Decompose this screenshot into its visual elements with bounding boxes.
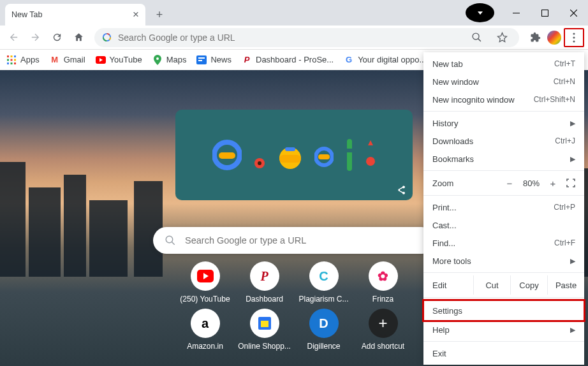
window-controls bbox=[466, 0, 588, 26]
apps-icon bbox=[6, 55, 17, 65]
shortcut-youtube[interactable]: (250) YouTube bbox=[177, 261, 234, 304]
bookmark-digital[interactable]: G Your digital oppo... bbox=[344, 55, 426, 65]
bookmark-label: Apps bbox=[20, 55, 40, 64]
svg-rect-15 bbox=[14, 59, 16, 61]
menu-new-tab[interactable]: New tabCtrl+T bbox=[423, 55, 584, 73]
bookmark-news[interactable]: News bbox=[196, 55, 232, 65]
bookmark-label: Maps bbox=[166, 55, 187, 64]
svg-rect-16 bbox=[7, 62, 9, 64]
omnibox-input[interactable] bbox=[118, 33, 460, 43]
svg-point-8 bbox=[573, 36, 575, 38]
address-bar[interactable] bbox=[94, 28, 519, 47]
fullscreen-icon[interactable] bbox=[566, 179, 575, 187]
bookmark-apps[interactable]: Apps bbox=[6, 55, 40, 65]
menu-settings[interactable]: Settings bbox=[423, 300, 584, 321]
menu-exit[interactable]: Exit bbox=[423, 344, 584, 362]
menu-separator bbox=[423, 341, 584, 342]
menu-cut[interactable]: Cut bbox=[473, 275, 510, 295]
close-tab-icon[interactable]: × bbox=[133, 8, 139, 21]
back-button[interactable] bbox=[4, 28, 23, 47]
menu-cast[interactable]: Cast... bbox=[423, 216, 584, 234]
bookmark-youtube[interactable]: YouTube bbox=[96, 55, 142, 65]
shortcut-flipkart[interactable]: Online Shopp... bbox=[236, 309, 293, 351]
shortcut-add[interactable]: +Add shortcut bbox=[355, 309, 412, 351]
svg-line-37 bbox=[172, 242, 175, 245]
shortcut-plagiarism[interactable]: CPlagiarism C... bbox=[295, 261, 353, 304]
menu-downloads[interactable]: DownloadsCtrl+J bbox=[423, 132, 584, 150]
shortcut-label: Online Shopp... bbox=[238, 342, 291, 351]
new-tab-button[interactable]: + bbox=[151, 6, 168, 24]
svg-rect-14 bbox=[11, 59, 13, 61]
svg-rect-18 bbox=[14, 62, 16, 64]
menu-copy[interactable]: Copy bbox=[510, 275, 547, 295]
svg-rect-40 bbox=[261, 321, 268, 327]
browser-toolbar bbox=[0, 26, 588, 50]
menu-bookmarks[interactable]: Bookmarks▶ bbox=[423, 150, 584, 168]
svg-rect-30 bbox=[285, 147, 295, 151]
maximize-button[interactable] bbox=[531, 3, 559, 22]
forward-button[interactable] bbox=[26, 28, 45, 47]
doodle-letter-o2 bbox=[277, 136, 303, 174]
menu-history[interactable]: History▶ bbox=[423, 114, 584, 132]
google-icon bbox=[102, 33, 112, 42]
menu-separator bbox=[423, 195, 584, 196]
svg-rect-29 bbox=[279, 155, 301, 163]
menu-print[interactable]: Print...Ctrl+P bbox=[423, 198, 584, 216]
bookmark-label: Gmail bbox=[64, 55, 85, 64]
menu-separator bbox=[423, 170, 584, 171]
profile-avatar[interactable] bbox=[547, 31, 561, 45]
shortcut-grid: (250) YouTube PDashboard CPlagiarism C..… bbox=[175, 261, 413, 351]
doodle-letter-l bbox=[345, 136, 354, 174]
svg-point-27 bbox=[258, 161, 261, 165]
menu-edit-row: Edit Cut Copy Paste bbox=[423, 275, 584, 295]
chrome-menu-button[interactable] bbox=[564, 28, 584, 47]
close-window-button[interactable] bbox=[559, 3, 588, 22]
zoom-level: 80% bbox=[518, 179, 545, 188]
svg-point-36 bbox=[166, 236, 173, 243]
menu-separator bbox=[423, 111, 584, 112]
menu-help[interactable]: Help▶ bbox=[423, 321, 584, 339]
tab-title: New Tab bbox=[11, 10, 42, 19]
chrome-menu: New tabCtrl+T New windowCtrl+N New incog… bbox=[423, 52, 584, 365]
browser-tab[interactable]: New Tab × bbox=[5, 4, 145, 26]
extensions-icon[interactable] bbox=[526, 28, 545, 47]
menu-incognito[interactable]: New incognito windowCtrl+Shift+N bbox=[423, 91, 584, 108]
zoom-indicator-icon[interactable] bbox=[467, 28, 486, 47]
svg-rect-12 bbox=[14, 55, 16, 57]
home-button[interactable] bbox=[69, 28, 88, 47]
bookmark-maps[interactable]: Maps bbox=[152, 55, 187, 65]
star-bookmark-icon[interactable] bbox=[492, 28, 511, 47]
menu-paste[interactable]: Paste bbox=[547, 275, 584, 295]
menu-zoom: Zoom − 80% + bbox=[423, 173, 584, 193]
shortcut-dashboard[interactable]: PDashboard bbox=[236, 261, 293, 304]
zoom-in-button[interactable]: + bbox=[545, 178, 561, 189]
svg-rect-10 bbox=[7, 55, 9, 57]
menu-find[interactable]: Find...Ctrl+F bbox=[423, 234, 584, 252]
ntp-search-input[interactable] bbox=[185, 235, 423, 245]
google-g-icon: G bbox=[344, 55, 354, 65]
zoom-out-button[interactable]: − bbox=[501, 178, 518, 189]
bookmark-label: Dashboard - ProSe... bbox=[256, 55, 334, 64]
chevron-right-icon: ▶ bbox=[570, 119, 575, 128]
share-icon[interactable] bbox=[396, 185, 406, 195]
shortcut-frinza[interactable]: ✿Frinza bbox=[355, 261, 412, 304]
shortcut-amazon[interactable]: aAmazon.in bbox=[177, 309, 234, 351]
minimize-button[interactable] bbox=[502, 3, 531, 22]
gmail-icon: M bbox=[50, 55, 60, 65]
reload-button[interactable] bbox=[47, 28, 66, 47]
google-doodle[interactable] bbox=[175, 110, 413, 200]
bookmark-label: News bbox=[210, 55, 232, 64]
account-dropdown-icon[interactable] bbox=[466, 3, 494, 22]
doodle-letter-e bbox=[365, 139, 376, 171]
news-icon bbox=[196, 55, 207, 65]
bookmark-gmail[interactable]: M Gmail bbox=[50, 55, 85, 65]
svg-rect-23 bbox=[198, 60, 202, 61]
menu-new-window[interactable]: New windowCtrl+N bbox=[423, 73, 584, 91]
bookmark-dashboard[interactable]: P Dashboard - ProSe... bbox=[242, 55, 334, 65]
menu-more-tools[interactable]: More tools▶ bbox=[423, 252, 584, 270]
shortcut-digillence[interactable]: DDigillence bbox=[295, 309, 353, 351]
ntp-search-box[interactable] bbox=[153, 227, 435, 254]
search-icon bbox=[165, 235, 176, 246]
shortcut-label: Dashboard bbox=[246, 295, 283, 304]
svg-line-6 bbox=[478, 39, 480, 41]
